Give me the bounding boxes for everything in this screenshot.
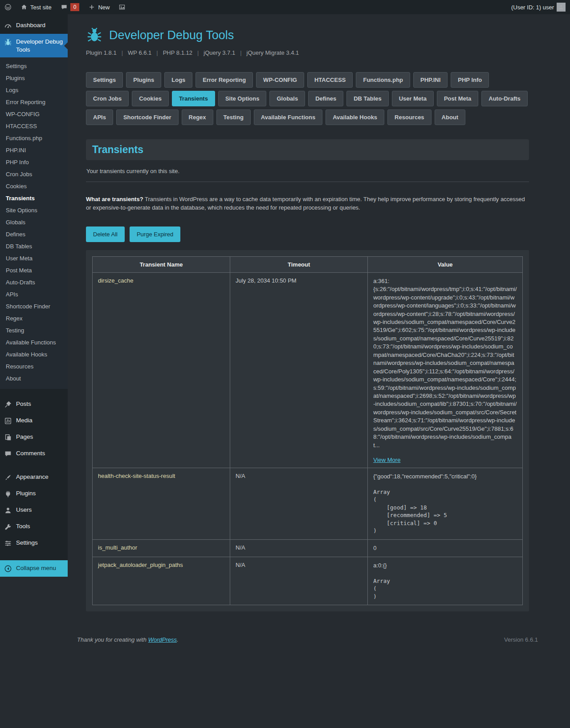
sidebar-item-dashboard[interactable]: Dashboard: [0, 17, 68, 34]
tab-resources[interactable]: Resources: [387, 109, 431, 125]
comments-shortcut[interactable]: 0: [56, 0, 84, 14]
sidebar-item-users[interactable]: Users: [0, 502, 68, 518]
tab-bar: SettingsPluginsLogsError ReportingWP-CON…: [86, 72, 529, 125]
sidebar-subitem-globals[interactable]: Globals: [0, 216, 68, 228]
sidebar-subitem-cron-jobs[interactable]: Cron Jobs: [0, 168, 68, 180]
tab-logs[interactable]: Logs: [164, 72, 192, 88]
tab-cookies[interactable]: Cookies: [132, 91, 169, 106]
sidebar-subitem-site-options[interactable]: Site Options: [0, 204, 68, 216]
sidebar-subitem-settings[interactable]: Settings: [0, 60, 68, 72]
dashboard-icon: [4, 22, 12, 30]
tab-regex[interactable]: Regex: [182, 109, 213, 125]
sidebar-item-settings[interactable]: Settings: [0, 535, 68, 551]
pin-icon: [4, 400, 12, 408]
sidebar-item-comments[interactable]: Comments: [0, 445, 68, 462]
transient-name: health-check-site-status-result: [93, 468, 230, 539]
sidebar-item-appearance[interactable]: Appearance: [0, 469, 68, 485]
sidebar-subitem-wp-config[interactable]: WP-CONFIG: [0, 108, 68, 120]
sidebar-subitem-regex[interactable]: Regex: [0, 312, 68, 324]
sidebar-subitem-post-meta[interactable]: Post Meta: [0, 264, 68, 276]
version-meta: Plugin 1.8.1|WP 6.6.1|PHP 8.1.12|jQuery …: [86, 49, 529, 56]
tab-available-functions[interactable]: Available Functions: [254, 109, 322, 125]
sidebar-subitem-shortcode-finder[interactable]: Shortcode Finder: [0, 300, 68, 312]
sidebar-item-label: Media: [16, 417, 33, 425]
collapse-menu-button[interactable]: Collapse menu: [0, 560, 68, 577]
new-content-button[interactable]: New: [84, 0, 114, 14]
bug-icon: [4, 38, 12, 46]
sidebar-subitem-php-ini[interactable]: PHP.INI: [0, 144, 68, 156]
tab-cron-jobs[interactable]: Cron Jobs: [86, 91, 129, 106]
sidebar-subitem-available-hooks[interactable]: Available Hooks: [0, 348, 68, 360]
tab-transients[interactable]: Transients: [172, 91, 215, 106]
sidebar-subitem-apis[interactable]: APIs: [0, 288, 68, 300]
section-subtitle: Your transients currently on this site.: [86, 168, 529, 174]
sidebar-subitem-htaccess[interactable]: HTACCESS: [0, 120, 68, 132]
delete-all-button[interactable]: Delete All: [86, 226, 125, 242]
sidebar-item-label: Pages: [16, 433, 33, 441]
comments-icon: [4, 450, 12, 458]
tab-plugins[interactable]: Plugins: [126, 72, 161, 88]
purge-expired-button[interactable]: Purge Expired: [130, 226, 180, 242]
sidebar-subitem-db-tables[interactable]: DB Tables: [0, 240, 68, 252]
sidebar-subitem-php-info[interactable]: PHP Info: [0, 156, 68, 168]
tab-post-meta[interactable]: Post Meta: [437, 91, 478, 106]
wp-logo-button[interactable]: [0, 0, 16, 14]
sidebar-subitem-transients[interactable]: Transients: [0, 192, 68, 204]
sidebar-item-pages[interactable]: Pages: [0, 429, 68, 445]
account-menu[interactable]: (User ID: 1) user: [507, 0, 570, 14]
media-shortcut[interactable]: [114, 0, 130, 14]
table-row: dirsize_cacheJuly 28, 2034 10:50 PMa:361…: [93, 272, 523, 468]
sidebar-item-plugins[interactable]: Plugins: [0, 485, 68, 502]
sidebar-subitem-user-meta[interactable]: User Meta: [0, 252, 68, 264]
tab-php-ini[interactable]: PHP.INI: [413, 72, 448, 88]
sidebar-subitem-cookies[interactable]: Cookies: [0, 180, 68, 192]
tab-auto-drafts[interactable]: Auto-Drafts: [481, 91, 528, 106]
sidebar-item-tools[interactable]: Tools: [0, 518, 68, 535]
sidebar-item-media[interactable]: Media: [0, 413, 68, 429]
tab-apis[interactable]: APIs: [86, 109, 113, 125]
sidebar-subitem-defines[interactable]: Defines: [0, 228, 68, 240]
meta-separator: |: [197, 49, 199, 56]
footer-thanks-text: Thank you for creating with: [77, 636, 148, 643]
tab-user-meta[interactable]: User Meta: [392, 91, 434, 106]
wordpress-logo-icon: [4, 4, 12, 11]
sidebar-subitem-plugins[interactable]: Plugins: [0, 72, 68, 84]
tab-settings[interactable]: Settings: [86, 72, 123, 88]
sidebar-item-label: Developer Debug Tools: [16, 38, 64, 53]
tab-site-options[interactable]: Site Options: [218, 91, 267, 106]
sidebar-subitem-error-reporting[interactable]: Error Reporting: [0, 96, 68, 108]
admin-bar: Test site 0 New (User ID: 1) user: [0, 0, 570, 14]
sidebar-subitem-testing[interactable]: Testing: [0, 324, 68, 336]
wordpress-link[interactable]: WordPress: [148, 636, 177, 643]
sidebar-subitem-resources[interactable]: Resources: [0, 360, 68, 372]
tab-functions-php[interactable]: Functions.php: [356, 72, 410, 88]
sidebar-subitem-auto-drafts[interactable]: Auto-Drafts: [0, 276, 68, 288]
info-bold: What are transients?: [86, 196, 143, 202]
site-name-link[interactable]: Test site: [16, 0, 56, 14]
tab-testing[interactable]: Testing: [216, 109, 251, 125]
sidebar-subitem-logs[interactable]: Logs: [0, 84, 68, 96]
view-more-link[interactable]: View More: [373, 457, 400, 463]
tab-php-info[interactable]: PHP Info: [451, 72, 489, 88]
sidebar-item-label: Appearance: [16, 473, 49, 481]
transient-value: {"good":18,"recommended":5,"critical":0}…: [368, 468, 523, 539]
tab-available-hooks[interactable]: Available Hooks: [326, 109, 384, 125]
tab-htaccess[interactable]: HTACCESS: [307, 72, 353, 88]
value-text: a:0:{}: [373, 562, 517, 570]
meta-item: WP 6.6.1: [128, 49, 151, 56]
tab-shortcode-finder[interactable]: Shortcode Finder: [116, 109, 179, 125]
sidebar-item-posts[interactable]: Posts: [0, 396, 68, 413]
tab-db-tables[interactable]: DB Tables: [346, 91, 389, 106]
table-row: is_multi_authorN/A0: [93, 539, 523, 557]
sidebar-subitem-available-functions[interactable]: Available Functions: [0, 336, 68, 348]
bug-icon: [86, 27, 103, 44]
sidebar-subitem-about[interactable]: About: [0, 372, 68, 384]
tab-wp-config[interactable]: WP-CONFIG: [256, 72, 304, 88]
tab-defines[interactable]: Defines: [308, 91, 343, 106]
tab-about[interactable]: About: [435, 109, 466, 125]
sidebar-item-developer-debug-tools[interactable]: Developer Debug Tools: [0, 34, 68, 57]
sidebar-subitem-functions-php[interactable]: Functions.php: [0, 132, 68, 144]
tab-error-reporting[interactable]: Error Reporting: [195, 72, 253, 88]
tab-globals[interactable]: Globals: [269, 91, 305, 106]
comment-icon: [61, 4, 68, 11]
